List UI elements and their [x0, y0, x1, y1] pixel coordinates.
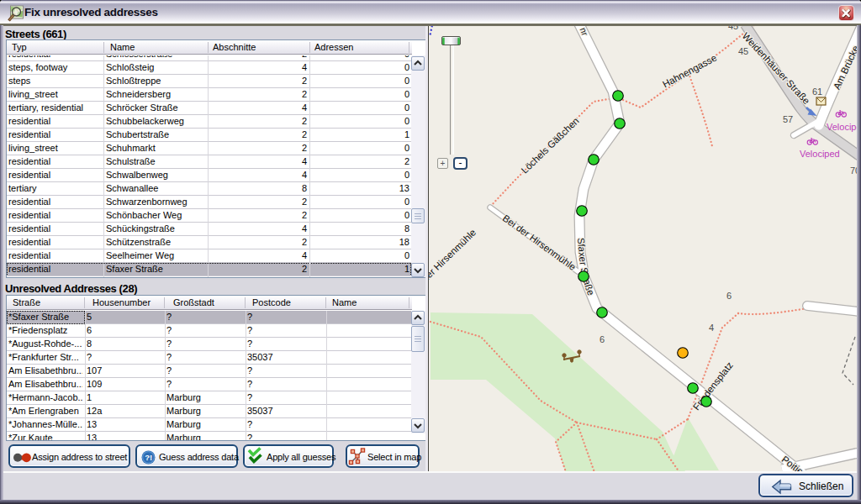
svg-text:?!: ?! — [145, 453, 152, 462]
svg-text:57: 57 — [783, 114, 793, 124]
svg-text:70: 70 — [850, 165, 857, 176]
svg-text:6: 6 — [726, 291, 732, 301]
svg-text:Velociped: Velociped — [800, 149, 840, 159]
svg-text:6: 6 — [600, 334, 605, 344]
svg-text:45: 45 — [738, 46, 748, 56]
svg-text:4: 4 — [709, 323, 714, 333]
svg-text:61: 61 — [812, 87, 822, 97]
svg-text:45: 45 — [728, 26, 738, 31]
svg-text:Velociped: Velociped — [827, 122, 857, 132]
